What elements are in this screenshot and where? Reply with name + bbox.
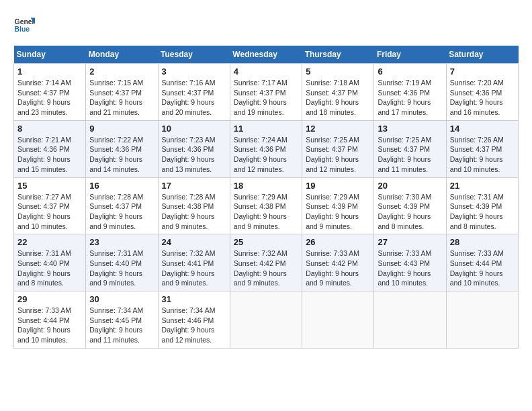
calendar-table: SundayMondayTuesdayWednesdayThursdayFrid…: [13, 46, 519, 349]
daylight-label: Daylight: 9 hours and 9 minutes.: [306, 212, 359, 230]
sunrise-label: Sunrise: 7:29 AM: [234, 193, 287, 201]
day-number: 17: [162, 181, 226, 191]
day-info: Sunrise: 7:16 AM Sunset: 4:37 PM Dayligh…: [162, 78, 226, 118]
daylight-label: Daylight: 9 hours and 10 minutes.: [17, 326, 71, 344]
daylight-label: Daylight: 9 hours and 12 minutes.: [306, 155, 359, 173]
logo-icon: General Blue: [13, 13, 35, 35]
weekday-header-cell: Monday: [86, 46, 158, 64]
calendar-day-cell: [374, 291, 446, 349]
calendar-day-cell: 29 Sunrise: 7:33 AM Sunset: 4:44 PM Dayl…: [14, 291, 86, 349]
sunrise-label: Sunrise: 7:30 AM: [378, 193, 431, 201]
day-number: 25: [234, 237, 298, 247]
day-number: 28: [450, 237, 515, 247]
sunset-label: Sunset: 4:39 PM: [378, 202, 430, 210]
day-info: Sunrise: 7:31 AM Sunset: 4:40 PM Dayligh…: [17, 248, 82, 288]
calendar-day-cell: 8 Sunrise: 7:21 AM Sunset: 4:36 PM Dayli…: [14, 120, 86, 177]
calendar-day-cell: [302, 291, 374, 349]
day-info: Sunrise: 7:24 AM Sunset: 4:36 PM Dayligh…: [234, 135, 298, 175]
daylight-label: Daylight: 9 hours and 9 minutes.: [89, 212, 142, 230]
sunset-label: Sunset: 4:37 PM: [306, 89, 358, 97]
sunset-label: Sunset: 4:37 PM: [17, 89, 70, 97]
day-number: 30: [89, 294, 154, 304]
sunrise-label: Sunrise: 7:25 AM: [378, 136, 431, 144]
daylight-label: Daylight: 9 hours and 14 minutes.: [89, 155, 142, 173]
sunset-label: Sunset: 4:41 PM: [162, 259, 214, 267]
sunset-label: Sunset: 4:37 PM: [306, 145, 358, 153]
day-number: 12: [306, 124, 370, 134]
day-number: 29: [17, 294, 82, 304]
sunrise-label: Sunrise: 7:33 AM: [450, 249, 504, 257]
calendar-day-cell: 31 Sunrise: 7:34 AM Sunset: 4:46 PM Dayl…: [158, 291, 230, 349]
sunrise-label: Sunrise: 7:31 AM: [17, 249, 71, 257]
weekday-header-cell: Thursday: [302, 46, 374, 64]
day-number: 2: [89, 66, 154, 77]
day-info: Sunrise: 7:33 AM Sunset: 4:43 PM Dayligh…: [378, 248, 442, 288]
day-number: 15: [17, 181, 82, 191]
daylight-label: Daylight: 9 hours and 21 minutes.: [89, 98, 142, 116]
calendar-day-cell: 28 Sunrise: 7:33 AM Sunset: 4:44 PM Dayl…: [446, 234, 518, 291]
daylight-label: Daylight: 9 hours and 9 minutes.: [234, 269, 287, 287]
calendar-day-cell: 13 Sunrise: 7:25 AM Sunset: 4:37 PM Dayl…: [374, 120, 446, 177]
calendar-day-cell: 15 Sunrise: 7:27 AM Sunset: 4:37 PM Dayl…: [14, 177, 86, 234]
day-info: Sunrise: 7:18 AM Sunset: 4:37 PM Dayligh…: [306, 78, 370, 118]
calendar-day-cell: 20 Sunrise: 7:30 AM Sunset: 4:39 PM Dayl…: [374, 177, 446, 234]
calendar-body: 1 Sunrise: 7:14 AM Sunset: 4:37 PM Dayli…: [14, 64, 519, 349]
logo: General Blue: [13, 13, 35, 35]
sunset-label: Sunset: 4:44 PM: [450, 259, 502, 267]
calendar-week-row: 29 Sunrise: 7:33 AM Sunset: 4:44 PM Dayl…: [14, 291, 519, 349]
calendar-day-cell: 21 Sunrise: 7:31 AM Sunset: 4:39 PM Dayl…: [446, 177, 518, 234]
sunrise-label: Sunrise: 7:32 AM: [234, 249, 287, 257]
day-number: 19: [306, 181, 370, 191]
sunset-label: Sunset: 4:36 PM: [89, 145, 142, 153]
sunset-label: Sunset: 4:36 PM: [162, 145, 214, 153]
day-number: 22: [17, 237, 82, 247]
daylight-label: Daylight: 9 hours and 20 minutes.: [162, 98, 215, 116]
daylight-label: Daylight: 9 hours and 8 minutes.: [17, 269, 71, 287]
sunrise-label: Sunrise: 7:20 AM: [450, 79, 504, 87]
day-number: 3: [162, 66, 226, 77]
daylight-label: Daylight: 9 hours and 11 minutes.: [378, 155, 431, 173]
sunrise-label: Sunrise: 7:16 AM: [162, 79, 216, 87]
daylight-label: Daylight: 9 hours and 10 minutes.: [17, 212, 71, 230]
sunset-label: Sunset: 4:36 PM: [450, 89, 502, 97]
sunrise-label: Sunrise: 7:34 AM: [89, 306, 143, 314]
sunrise-label: Sunrise: 7:24 AM: [234, 136, 287, 144]
sunrise-label: Sunrise: 7:26 AM: [450, 136, 504, 144]
sunrise-label: Sunrise: 7:31 AM: [89, 249, 143, 257]
sunset-label: Sunset: 4:39 PM: [306, 202, 358, 210]
sunset-label: Sunset: 4:43 PM: [378, 259, 430, 267]
day-info: Sunrise: 7:27 AM Sunset: 4:37 PM Dayligh…: [17, 192, 82, 232]
weekday-header-cell: Friday: [374, 46, 446, 64]
calendar-day-cell: 14 Sunrise: 7:26 AM Sunset: 4:37 PM Dayl…: [446, 120, 518, 177]
calendar-day-cell: 24 Sunrise: 7:32 AM Sunset: 4:41 PM Dayl…: [158, 234, 230, 291]
daylight-label: Daylight: 9 hours and 8 minutes.: [378, 212, 431, 230]
day-info: Sunrise: 7:20 AM Sunset: 4:36 PM Dayligh…: [450, 78, 515, 118]
daylight-label: Daylight: 9 hours and 12 minutes.: [234, 155, 287, 173]
sunrise-label: Sunrise: 7:28 AM: [89, 193, 143, 201]
daylight-label: Daylight: 9 hours and 10 minutes.: [450, 155, 503, 173]
sunrise-label: Sunrise: 7:28 AM: [162, 193, 216, 201]
day-number: 24: [162, 237, 226, 247]
day-number: 16: [89, 181, 154, 191]
calendar-day-cell: 10 Sunrise: 7:23 AM Sunset: 4:36 PM Dayl…: [158, 120, 230, 177]
sunrise-label: Sunrise: 7:19 AM: [378, 79, 431, 87]
sunrise-label: Sunrise: 7:27 AM: [17, 193, 71, 201]
day-info: Sunrise: 7:28 AM Sunset: 4:37 PM Dayligh…: [89, 192, 154, 232]
sunset-label: Sunset: 4:42 PM: [234, 259, 286, 267]
daylight-label: Daylight: 9 hours and 12 minutes.: [162, 326, 215, 344]
daylight-label: Daylight: 9 hours and 9 minutes.: [234, 212, 287, 230]
sunset-label: Sunset: 4:37 PM: [17, 202, 70, 210]
sunset-label: Sunset: 4:39 PM: [450, 202, 502, 210]
sunrise-label: Sunrise: 7:33 AM: [17, 306, 71, 314]
sunset-label: Sunset: 4:37 PM: [162, 89, 214, 97]
sunset-label: Sunset: 4:36 PM: [234, 145, 286, 153]
daylight-label: Daylight: 9 hours and 11 minutes.: [89, 326, 142, 344]
day-info: Sunrise: 7:25 AM Sunset: 4:37 PM Dayligh…: [306, 135, 370, 175]
day-info: Sunrise: 7:32 AM Sunset: 4:42 PM Dayligh…: [234, 248, 298, 288]
calendar-week-row: 15 Sunrise: 7:27 AM Sunset: 4:37 PM Dayl…: [14, 177, 519, 234]
day-number: 10: [162, 124, 226, 134]
daylight-label: Daylight: 9 hours and 9 minutes.: [306, 269, 359, 287]
sunrise-label: Sunrise: 7:34 AM: [162, 306, 216, 314]
calendar-day-cell: 5 Sunrise: 7:18 AM Sunset: 4:37 PM Dayli…: [302, 64, 374, 121]
calendar-day-cell: 18 Sunrise: 7:29 AM Sunset: 4:38 PM Dayl…: [230, 177, 302, 234]
